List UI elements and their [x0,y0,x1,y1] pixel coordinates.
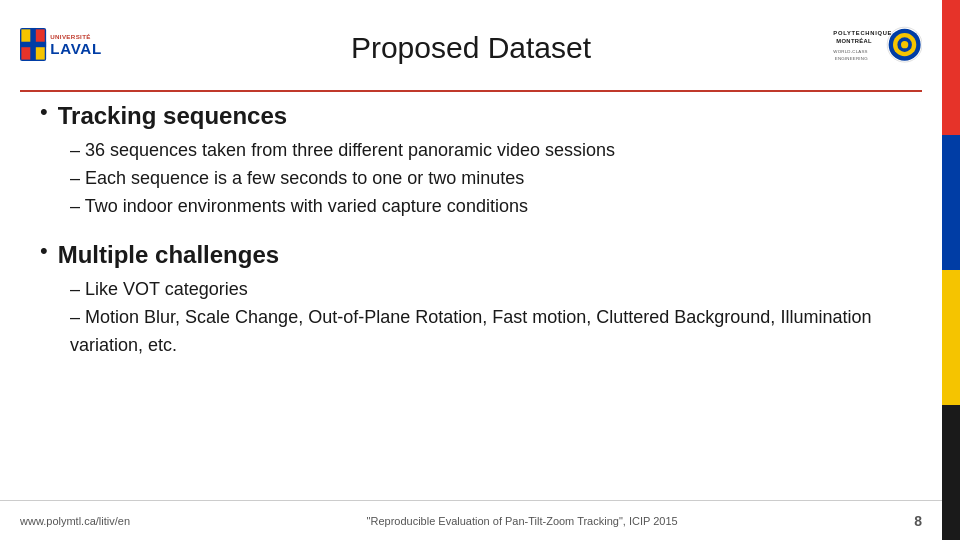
footer-citation: "Reproducible Evaluation of Pan-Tilt-Zoo… [367,515,678,527]
title-area: Proposed Dataset [0,10,942,85]
sub-bullet-challenges-2: – Motion Blur, Scale Change, Out-of-Plan… [70,304,922,360]
sub-bullet-tracking-1: – 36 sequences taken from three differen… [70,137,922,165]
sub-bullets-tracking: – 36 sequences taken from three differen… [70,137,922,221]
sub-bullet-tracking-1-text: – 36 sequences taken from three differen… [70,137,615,165]
color-bar [942,0,960,540]
sub-bullet-tracking-3-text: – Two indoor environments with varied ca… [70,193,528,221]
sub-bullet-tracking-3: – Two indoor environments with varied ca… [70,193,922,221]
bullet-dot-2: • [40,237,48,266]
bullet-main-challenges: • Multiple challenges [40,239,922,270]
main-content: • Tracking sequences – 36 sequences take… [40,100,922,490]
slide-title: Proposed Dataset [351,31,591,65]
sub-bullet-challenges-2-text: – Motion Blur, Scale Change, Out-of-Plan… [70,304,922,360]
bullet-section-challenges: • Multiple challenges – Like VOT categor… [40,239,922,360]
footer-page-number: 8 [914,513,922,529]
bullet-main-tracking: • Tracking sequences [40,100,922,131]
footer-website: www.polymtl.ca/litiv/en [20,515,130,527]
sub-bullet-challenges-1: – Like VOT categories [70,276,922,304]
bullet-dot-1: • [40,98,48,127]
bullet-label-tracking: Tracking sequences [58,100,287,131]
sub-bullet-tracking-2: – Each sequence is a few seconds to one … [70,165,922,193]
sub-bullet-challenges-1-text: – Like VOT categories [70,276,248,304]
footer: www.polymtl.ca/litiv/en "Reproducible Ev… [0,500,942,540]
bullet-section-tracking: • Tracking sequences – 36 sequences take… [40,100,922,221]
sub-bullet-tracking-2-text: – Each sequence is a few seconds to one … [70,165,524,193]
bullet-label-challenges: Multiple challenges [58,239,279,270]
title-divider [20,90,922,92]
sub-bullets-challenges: – Like VOT categories – Motion Blur, Sca… [70,276,922,360]
